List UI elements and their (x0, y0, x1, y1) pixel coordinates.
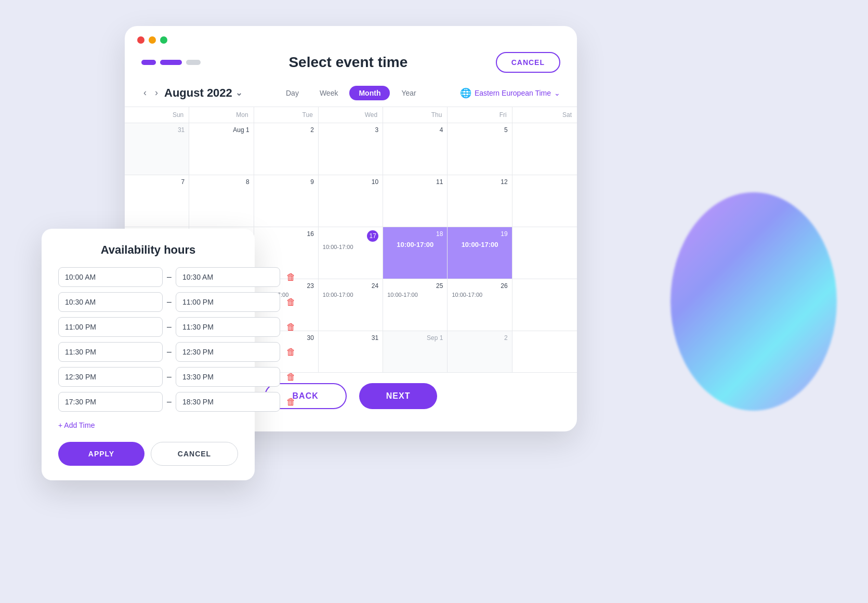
calendar-nav: ‹ › August 2022 ⌄ Day Week Month Year 🌐 … (125, 81, 577, 107)
time-slot: 10:00-17:00 (323, 292, 378, 298)
globe-icon: 🌐 (460, 87, 471, 99)
availability-panel: Availability hours – 🗑 – 🗑 – 🗑 – 🗑 – 🗑 –… (42, 229, 255, 480)
day-cell[interactable]: 11 (383, 175, 448, 227)
start-time-2[interactable] (58, 292, 163, 312)
day-cell[interactable]: 7 (125, 175, 189, 227)
day-cell[interactable] (512, 123, 577, 175)
delete-slot-3[interactable]: 🗑 (284, 320, 298, 335)
day-header-sun: Sun (125, 107, 189, 123)
day-cell[interactable]: 12 (448, 175, 512, 227)
window-controls (125, 26, 577, 52)
day-cell[interactable] (512, 279, 577, 331)
time-separator: – (167, 372, 172, 382)
time-separator: – (167, 322, 172, 332)
delete-slot-5[interactable]: 🗑 (284, 370, 298, 385)
day-header-sat: Sat (512, 107, 577, 123)
time-slot: 10:00-17:00 (323, 244, 378, 250)
time-separator: – (167, 347, 172, 357)
end-time-5[interactable] (176, 367, 280, 387)
day-cell[interactable]: 2 (254, 123, 319, 175)
delete-slot-6[interactable]: 🗑 (284, 395, 298, 410)
progress-step-3 (186, 60, 201, 65)
day-header-tue: Tue (254, 107, 319, 123)
day-cell-18[interactable]: 18 10:00-17:00 (383, 227, 448, 279)
prev-month-button[interactable]: ‹ (141, 85, 149, 100)
delete-slot-1[interactable]: 🗑 (284, 270, 298, 285)
chevron-down-icon: ⌄ (235, 88, 242, 98)
start-time-6[interactable] (58, 392, 163, 412)
time-row-3: – 🗑 (58, 317, 238, 337)
week-row-1: 31 Aug 1 2 3 4 5 (125, 123, 577, 175)
time-slot: 10:00-17:00 (387, 292, 443, 298)
month-year-selector[interactable]: August 2022 ⌄ (164, 86, 242, 100)
start-time-4[interactable] (58, 342, 163, 362)
day-header-wed: Wed (319, 107, 383, 123)
day-cell[interactable]: 8 (189, 175, 254, 227)
day-cell[interactable]: 4 (383, 123, 448, 175)
minimize-dot[interactable] (149, 36, 156, 44)
day-cell-17[interactable]: 17 10:00-17:00 (319, 227, 383, 279)
timezone-chevron-icon: ⌄ (554, 89, 560, 97)
add-time-button[interactable]: + Add Time (58, 421, 95, 429)
tab-week[interactable]: Week (310, 86, 348, 100)
tab-day[interactable]: Day (277, 86, 308, 100)
progress-step-1 (141, 60, 156, 65)
day-cell[interactable]: 26 10:00-17:00 (448, 279, 512, 331)
day-cell[interactable]: 31 (125, 123, 189, 175)
day-cell[interactable]: Aug 1 (189, 123, 254, 175)
day-cell[interactable]: 9 (254, 175, 319, 227)
timezone-label: Eastern European Time (475, 89, 551, 97)
day-header-mon: Mon (189, 107, 254, 123)
availability-footer: APPLY CANCEL (58, 442, 238, 466)
page-title: Select event time (201, 54, 496, 71)
day-cell[interactable]: 31 (319, 331, 383, 372)
close-dot[interactable] (137, 36, 144, 44)
tab-month[interactable]: Month (349, 86, 390, 100)
week-row-2: 7 8 9 10 11 12 (125, 175, 577, 227)
time-row-6: – 🗑 (58, 392, 238, 412)
day-cell[interactable]: 10 (319, 175, 383, 227)
day-cell[interactable]: 5 (448, 123, 512, 175)
next-button[interactable]: NEXT (359, 383, 438, 409)
end-time-4[interactable] (176, 342, 280, 362)
day-cell[interactable] (512, 331, 577, 372)
start-time-1[interactable] (58, 267, 163, 287)
end-time-6[interactable] (176, 392, 280, 412)
maximize-dot[interactable] (160, 36, 167, 44)
time-separator: – (167, 397, 172, 407)
delete-slot-4[interactable]: 🗑 (284, 345, 298, 360)
time-row-5: – 🗑 (58, 367, 238, 387)
highlight-time: 10:00-17:00 (448, 238, 511, 252)
header: Select event time CANCEL (125, 52, 577, 81)
delete-slot-2[interactable]: 🗑 (284, 295, 298, 310)
day-cell[interactable] (512, 227, 577, 279)
day-cell[interactable] (512, 175, 577, 227)
availability-cancel-button[interactable]: CANCEL (151, 442, 238, 466)
day-cell[interactable]: 2 (448, 331, 512, 372)
day-header-fri: Fri (448, 107, 512, 123)
time-row-4: – 🗑 (58, 342, 238, 362)
month-year-label: August 2022 (164, 86, 232, 100)
day-cell[interactable]: 25 10:00-17:00 (383, 279, 448, 331)
day-cell[interactable]: 24 10:00-17:00 (319, 279, 383, 331)
start-time-3[interactable] (58, 317, 163, 337)
highlight-time: 10:00-17:00 (383, 238, 447, 252)
end-time-2[interactable] (176, 292, 280, 312)
day-cell[interactable]: Sep 1 (383, 331, 448, 372)
apply-button[interactable]: APPLY (58, 442, 144, 466)
day-cell-19[interactable]: 19 10:00-17:00 (448, 227, 512, 279)
time-row-2: – 🗑 (58, 292, 238, 312)
start-time-5[interactable] (58, 367, 163, 387)
availability-title: Availability hours (58, 243, 238, 257)
progress-indicator (141, 60, 201, 65)
end-time-3[interactable] (176, 317, 280, 337)
cancel-button[interactable]: CANCEL (496, 52, 560, 73)
day-headers: Sun Mon Tue Wed Thu Fri Sat (125, 107, 577, 123)
tab-year[interactable]: Year (392, 86, 425, 100)
end-time-1[interactable] (176, 267, 280, 287)
time-separator: – (167, 297, 172, 307)
day-cell[interactable]: 3 (319, 123, 383, 175)
timezone-selector[interactable]: 🌐 Eastern European Time ⌄ (460, 87, 560, 99)
view-tabs: Day Week Month Year (277, 86, 426, 100)
next-month-button[interactable]: › (153, 85, 160, 100)
